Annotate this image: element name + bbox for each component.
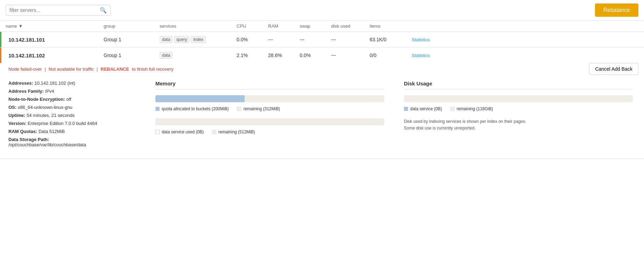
- statistics-link-2[interactable]: Statistics: [412, 53, 430, 58]
- top-bar: 🔍 Rebalance: [0, 0, 644, 21]
- fail-text-3: to finish full recovery: [132, 66, 174, 72]
- legend-swatch-light-disk: [450, 107, 455, 111]
- memory-chart: Memory quota allocated to buckets (200Mi…: [150, 80, 390, 150]
- fail-message: Node failed-over | Not available for tra…: [0, 64, 179, 74]
- memory-quota-legend: quota allocated to buckets (200MiB) rema…: [155, 106, 384, 111]
- server-group-2: Group 1: [104, 52, 160, 58]
- server-row-main-1: 10.142.181.101 Group 1 data query index …: [0, 32, 644, 47]
- server-services-1: data query index: [160, 36, 237, 43]
- server-ram-1: ---: [268, 37, 300, 42]
- server-disk-1: ---: [331, 37, 370, 42]
- server-services-2: data: [160, 52, 237, 59]
- fail-text-1: Node failed-over: [8, 66, 42, 72]
- memory-chart-title: Memory: [155, 80, 384, 90]
- legend-data-used: data service used (0B): [155, 130, 204, 134]
- col-name: name ▼: [6, 23, 104, 29]
- fail-separator-2: |: [97, 66, 98, 72]
- service-tag-query: query: [174, 36, 189, 43]
- legend-swatch-light-quota: [237, 107, 241, 111]
- fail-row: Node failed-over | Not available for tra…: [0, 63, 644, 75]
- service-tag-data: data: [160, 36, 173, 43]
- server-swap-2: 0.0%: [300, 52, 331, 58]
- legend-swatch-blue-quota: [155, 107, 160, 111]
- memory-data-bar: [155, 118, 384, 125]
- col-group: group: [104, 23, 160, 29]
- legend-data-used-label: data service used (0B): [162, 130, 204, 134]
- cancel-add-back-button[interactable]: Cancel Add Back: [589, 63, 638, 75]
- legend-remaining-disk-label: remaining (118GiB): [457, 106, 493, 111]
- fail-separator-1: |: [44, 66, 46, 72]
- detail-os: OS: x86_64-unknown-linux-gnu: [8, 105, 141, 110]
- col-items: items: [370, 23, 412, 29]
- server-cpu-2: 2.1%: [237, 52, 268, 58]
- rebalance-button[interactable]: Rebalance: [595, 4, 639, 17]
- server-row-main-2: 10.142.181.102 Group 1 data 2.1% 28.6% 0…: [0, 48, 644, 63]
- rebalance-text: REBALANCE: [100, 66, 129, 72]
- col-services: services: [160, 23, 237, 29]
- sort-icon: ▼: [19, 23, 23, 29]
- legend-swatch-blue-disk: [404, 107, 408, 111]
- detail-ram-quotas: RAM Quotas: Data 512MiB: [8, 129, 141, 134]
- disk-note-2: Some disk use is currently unreported.: [404, 126, 476, 131]
- server-row-2: 10.142.181.102 Group 1 data 2.1% 28.6% 0…: [0, 48, 644, 159]
- server-ip-2: 10.142.181.102: [6, 52, 104, 58]
- server-ram-2: 28.6%: [268, 52, 300, 58]
- search-input[interactable]: [9, 7, 100, 13]
- memory-data-legend: data service used (0B) remaining (512MiB…: [155, 130, 384, 134]
- server-ip-1: 10.142.181.101: [6, 37, 104, 43]
- legend-swatch-gray-data: [155, 130, 160, 134]
- detail-version: Version: Enterprise Edition 7.0.0 build …: [8, 121, 141, 126]
- expanded-details: Addresses: 10.142.181.102 (int) Address …: [0, 75, 644, 159]
- disk-legend: data service (0B) remaining (118GiB): [404, 106, 633, 111]
- detail-storage-path: Data Storage Path: /opt/couchbase/var/li…: [8, 137, 141, 147]
- detail-uptime: Uptime: 54 minutes, 21 seconds: [8, 113, 141, 118]
- legend-remaining-data-label: remaining (512MiB): [218, 130, 255, 134]
- search-box: 🔍: [6, 5, 111, 16]
- disk-note-1: Disk used by indexing services is shown …: [404, 119, 526, 124]
- col-disk-used: disk used: [331, 23, 370, 29]
- col-swap: swap: [300, 23, 331, 29]
- disk-note: Disk used by indexing services is shown …: [404, 118, 633, 132]
- table-header: name ▼ group services CPU RAM swap disk …: [0, 21, 644, 32]
- server-cpu-1: 0.0%: [237, 37, 268, 42]
- fail-text-2: Not available for traffic: [49, 66, 94, 72]
- disk-chart-title: Disk Usage: [404, 80, 633, 90]
- server-stats-2: Statistics: [412, 52, 638, 58]
- server-swap-1: ---: [300, 37, 331, 42]
- service-tag-index: index: [191, 36, 206, 43]
- detail-address-family: Address Family: IPv4: [8, 89, 141, 94]
- col-cpu: CPU: [237, 23, 268, 29]
- service-tag-data-2: data: [160, 52, 173, 59]
- memory-quota-bar: [155, 95, 384, 102]
- server-disk-2: ---: [331, 52, 370, 58]
- disk-chart: Disk Usage data service (0B) remaining (…: [398, 80, 638, 150]
- search-icon: 🔍: [100, 7, 107, 14]
- detail-addresses: Addresses: 10.142.181.102 (int): [8, 80, 141, 86]
- detail-node-encryption: Node-to-Node Encryption: off: [8, 97, 141, 102]
- server-stats-1: Statistics: [412, 37, 638, 42]
- legend-swatch-light-data: [212, 130, 216, 134]
- col-actions: [412, 23, 638, 29]
- legend-data-service-disk-label: data service (0B): [410, 106, 442, 111]
- server-items-1: 63.1K/0: [370, 37, 412, 42]
- legend-remaining-quota-label: remaining (312MiB): [243, 106, 280, 111]
- legend-quota-label: quota allocated to buckets (200MiB): [162, 106, 229, 111]
- server-group-1: Group 1: [104, 37, 160, 42]
- col-ram: RAM: [268, 23, 300, 29]
- server-items-2: 0/0: [370, 52, 412, 58]
- legend-remaining-quota: remaining (312MiB): [237, 106, 280, 111]
- legend-quota: quota allocated to buckets (200MiB): [155, 106, 229, 111]
- memory-quota-fill: [155, 95, 245, 102]
- statistics-link-1[interactable]: Statistics: [412, 37, 430, 42]
- disk-usage-bar: [404, 95, 633, 102]
- server-row-1: 10.142.181.101 Group 1 data query index …: [0, 32, 644, 48]
- detail-info: Addresses: 10.142.181.102 (int) Address …: [8, 80, 141, 150]
- legend-remaining-data: remaining (512MiB): [212, 130, 255, 134]
- legend-data-service-disk: data service (0B): [404, 106, 442, 111]
- legend-remaining-disk: remaining (118GiB): [450, 106, 493, 111]
